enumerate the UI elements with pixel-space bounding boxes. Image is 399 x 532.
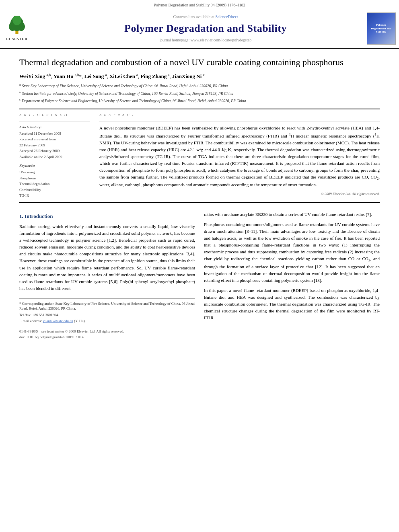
sciencedirect-anchor[interactable]: ScienceDirect xyxy=(215,14,238,19)
authors-line: WeiYi Xing a,b, Yuan Hu a,b*, Lei Song a… xyxy=(19,72,380,80)
abstract-divider xyxy=(99,121,380,121)
footnote-2: Tel./fax: +86 551 3601664. xyxy=(19,312,195,318)
footnote-area: * Corresponding author. State Key Labora… xyxy=(19,298,195,324)
journal-cover-mini: Polymer Degradation and Stability xyxy=(367,12,396,45)
thick-divider xyxy=(19,109,380,109)
body-left: 1. Introduction Radiation curing, which … xyxy=(19,211,195,340)
affiliation-b: b Suzhou Institute for advanced study, U… xyxy=(19,90,380,97)
author-xilei: XiLei Chen xyxy=(109,73,135,79)
footnote-1: * Corresponding author. State Key Labora… xyxy=(19,301,195,311)
elsevier-label: ELSEVIER xyxy=(6,37,28,42)
bottom-meta-1: 0141-3910/$ – see front matter © 2009 El… xyxy=(19,329,195,334)
article-info-col: A R T I C L E I N F O Article history: R… xyxy=(19,113,90,199)
elsevier-tree-icon xyxy=(5,16,29,36)
footnote-3: E-mail address: yuanhu@ustc.edu.cn (Y. H… xyxy=(19,318,195,324)
cover-title-mini: Polymer Degradation and Stability xyxy=(369,23,394,33)
abstract-col: A B S T R A C T A novel phosphorus monom… xyxy=(99,113,380,199)
intro-heading: 1. Introduction xyxy=(19,213,195,220)
author-yuan: Yuan Hu xyxy=(53,73,74,79)
author-jianxiong: JianXiong Ni xyxy=(172,73,202,79)
affiliations: a State Key Laboratory of Fire Science, … xyxy=(19,82,380,104)
journal-top-header: Polymer Degradation and Stability 94 (20… xyxy=(0,0,399,9)
elsevier-logo: ELSEVIER xyxy=(5,16,29,42)
article-info-heading: A R T I C L E I N F O xyxy=(19,113,90,118)
author-weiyi: WeiYi Xing xyxy=(19,73,45,79)
article-content: Thermal degradation and combustion of a … xyxy=(0,49,399,348)
abstract-text: A novel phosphorus monomer (BDEEP) has b… xyxy=(99,125,380,188)
history-revised-date: 22 February 2009 xyxy=(19,143,90,148)
info-divider xyxy=(19,121,90,121)
article-title: Thermal degradation and combustion of a … xyxy=(19,57,380,68)
keyword-combustibility: Combustibility xyxy=(19,187,90,193)
keyword-phosphorus: Phosphorus xyxy=(19,176,90,181)
body-right: ratios with urethane acrylate EB220 to o… xyxy=(204,211,380,340)
history-received: Received 11 December 2008 xyxy=(19,131,90,136)
banner-left: ELSEVIER xyxy=(0,9,48,48)
journal-title-banner: Polymer Degradation and Stability xyxy=(124,21,287,36)
intro-para-4: In this paper, a novel flame retardant m… xyxy=(204,287,380,321)
bottom-meta: 0141-3910/$ – see front matter © 2009 El… xyxy=(19,329,195,340)
banner-center: Contents lists available at ScienceDirec… xyxy=(48,9,363,48)
keyword-tgir: TG-IR xyxy=(19,193,90,198)
intro-para-1: Radiation curing, which effectively and … xyxy=(19,223,195,292)
body-two-col: 1. Introduction Radiation curing, which … xyxy=(19,211,380,340)
sciencedirect-link: Contents lists available at ScienceDirec… xyxy=(173,14,238,20)
main-divider xyxy=(19,202,380,203)
history-online: Available online 2 April 2009 xyxy=(19,154,90,160)
email-link[interactable]: yuanhu@ustc.edu.cn xyxy=(43,319,73,323)
affiliation-c: c Department of Polymer Science and Engi… xyxy=(19,97,380,104)
author-lei: Lei Song xyxy=(84,73,104,79)
bottom-meta-2: doi:10.1016/j.polymdegradstab.2009.02.01… xyxy=(19,334,195,340)
banner-right: Polymer Degradation and Stability xyxy=(363,9,399,48)
journal-banner: ELSEVIER Contents lists available at Sci… xyxy=(0,9,399,49)
history-revised-label: Received in revised form xyxy=(19,137,90,142)
intro-para-2: ratios with urethane acrylate EB220 to o… xyxy=(204,211,380,218)
affiliation-a: a State Key Laboratory of Fire Science, … xyxy=(19,82,380,89)
copyright-note: © 2009 Elsevier Ltd. All rights reserved… xyxy=(99,191,380,197)
keyword-thermal: Thermal degradation xyxy=(19,181,90,187)
keywords-section: Keywords: UV-curing Phosphorus Thermal d… xyxy=(19,163,90,198)
journal-homepage: journal homepage: www.elsevier.com/locat… xyxy=(160,37,252,43)
journal-citation: Polymer Degradation and Stability 94 (20… xyxy=(154,3,245,7)
history-label: Article history: xyxy=(19,125,90,130)
page-wrapper: Polymer Degradation and Stability 94 (20… xyxy=(0,0,399,348)
keyword-uvcuring: UV-curing xyxy=(19,170,90,175)
article-info-section: A R T I C L E I N F O Article history: R… xyxy=(19,113,90,159)
main-body: 1. Introduction Radiation curing, which … xyxy=(19,211,380,340)
intro-para-3: Phosphorus-containing monomers/oligomers… xyxy=(204,221,380,284)
keywords-label: Keywords: xyxy=(19,163,90,168)
history-accepted: Accepted 26 February 2009 xyxy=(19,148,90,154)
abstract-heading: A B S T R A C T xyxy=(99,113,380,118)
article-info-abstract: A R T I C L E I N F O Article history: R… xyxy=(19,113,380,199)
author-ping: Ping Zhang xyxy=(141,73,167,79)
